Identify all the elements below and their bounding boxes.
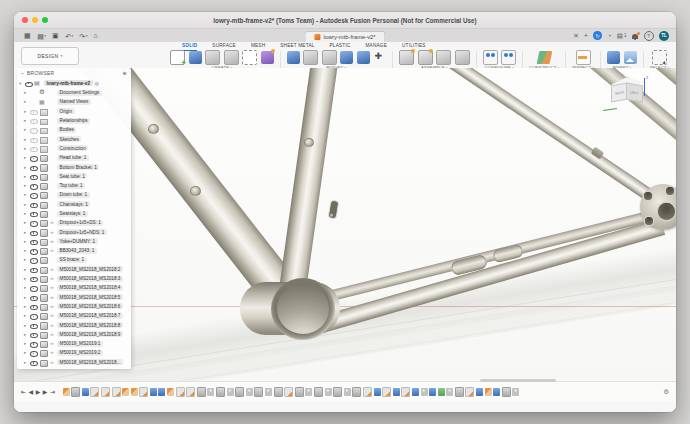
browser-tree-row[interactable]: ▸ Top tube: 1 [17,181,131,190]
visibility-eye-icon[interactable] [25,80,32,87]
timeline-feature-icon[interactable] [393,388,400,396]
user-avatar[interactable]: TL [659,31,669,41]
seat-tube[interactable] [277,68,340,309]
measure-icon[interactable] [576,50,591,65]
browser-tree-row[interactable]: ▸ M50018_MS2018_MS2018:7 [17,311,131,320]
visibility-eye-icon[interactable] [30,191,37,198]
timeline-feature-icon[interactable] [295,387,304,397]
visibility-eye-icon[interactable] [30,359,37,366]
visibility-eye-icon[interactable] [30,201,37,208]
timeline-scrollbar[interactable] [480,379,556,382]
disclosure-triangle-icon[interactable]: ▸ [24,127,28,132]
timeline-feature-icon[interactable] [227,388,234,396]
rigid-group-icon[interactable] [455,50,470,65]
disclosure-triangle-icon[interactable]: ▸ [24,137,28,142]
browser-tree-row[interactable]: ▸ M50018_MS2018_MS2018:3 [17,274,131,283]
browser-tree-row[interactable]: ▸ M50018_MS2018_MS2018:4 [17,283,131,292]
joint-icon[interactable] [418,50,433,65]
timeline-feature-icon[interactable] [325,388,332,396]
disclosure-triangle-icon[interactable]: ▸ [24,220,28,225]
create-sketch-icon[interactable] [170,50,185,65]
visibility-eye-icon[interactable] [30,117,37,124]
step-back-icon[interactable]: ◀ [29,388,34,396]
revolve-icon[interactable] [205,50,220,65]
node-label[interactable]: Origin [57,108,75,114]
browser-tree-row[interactable]: ▸ Seat tube: 1 [17,172,131,181]
notifications-icon[interactable] [632,34,638,39]
timeline-feature-icon[interactable] [502,387,511,397]
node-label[interactable]: M50018_MS2018_MS2018:8 [57,322,123,328]
extrude-icon[interactable] [189,51,202,64]
timeline-feature-icon[interactable] [63,388,70,396]
disclosure-triangle-icon[interactable]: ▸ [24,165,28,170]
visibility-eye-icon[interactable] [30,294,37,301]
configure-icon[interactable] [483,50,498,65]
root-label[interactable]: lowry-mtb-frame-v2 [44,80,93,86]
app-launcher-icon[interactable]: ▦ [24,32,31,39]
disclosure-triangle-icon[interactable]: ▸ [24,295,28,300]
root-sync-icon[interactable]: ◎ [95,80,99,86]
timeline-feature-icon[interactable] [512,388,519,396]
node-label[interactable]: BB3043_2043: 1 [57,248,97,254]
collapse-panel-icon[interactable]: ‒ [21,71,24,76]
timeline-feature-icon[interactable] [284,387,293,397]
extensions-button[interactable]: ▤ 1 [617,32,627,40]
redo-icon[interactable]: ↷ [79,31,87,40]
shell-icon[interactable] [322,50,337,65]
disclosure-triangle-icon[interactable]: ▸ [24,323,28,328]
disclosure-triangle-icon[interactable]: ▸ [24,267,28,272]
timeline-feature-icon[interactable] [167,388,174,396]
timeline-settings-icon[interactable]: ⚙ [663,388,669,396]
press-pull-icon[interactable] [287,51,300,64]
timeline-feature-icon[interactable] [314,387,323,397]
node-label[interactable]: M50018_MS2018_MS2018:5 [57,294,123,300]
node-label[interactable]: Seat tube: 1 [57,173,87,179]
browser-tree-row[interactable]: ▸ Construction [17,144,131,153]
node-label[interactable]: Dropout+1x5+DS: 1 [57,220,103,226]
new-tab-icon[interactable]: + [584,32,588,40]
browser-tree-row[interactable]: ▸ Document Settings [17,88,131,97]
go-to-end-icon[interactable]: ⇥ [50,388,55,396]
disclosure-triangle-icon[interactable]: ▸ [24,341,28,346]
bottle-boss-2[interactable] [190,186,201,196]
node-label[interactable]: M50018_MS2018_MS2018:4 [57,285,123,291]
as-built-joint-icon[interactable] [436,50,451,65]
browser-tree-row[interactable]: ▸ Dropout+1x5+NDS: 1 [17,227,131,236]
viewport[interactable]: BACK LEFT Z ‒ BROWSER ⊕ ▾ lowry-mtb-fram… [14,68,676,381]
disclosure-triangle-icon[interactable]: ▸ [24,257,28,262]
timeline-feature-icon[interactable] [207,388,214,396]
node-label[interactable]: Yoke+DUMMY: 1 [57,238,98,244]
timeline-feature-icon[interactable] [455,387,464,397]
browser-tree-row[interactable]: ▸ M50018_MS2018_MS2018:5 [17,293,131,302]
sync-status-icon[interactable]: ↻ [593,31,602,40]
timeline-feature-icon[interactable] [246,388,253,396]
visibility-eye-icon[interactable] [30,312,37,319]
visibility-eye-icon[interactable] [30,145,37,152]
step-forward-icon[interactable]: ▶ [43,388,48,396]
bottle-boss-1[interactable] [148,124,159,134]
timeline-feature-icon[interactable] [344,388,351,396]
browser-tree-row[interactable]: ▸ Head tube: 1 [17,153,131,162]
visibility-eye-icon[interactable] [30,210,37,217]
node-label[interactable]: M50018_MS2018_MS2018:6 [57,303,123,309]
browser-action-icon[interactable]: ⊕ [123,70,127,76]
visibility-eye-icon[interactable] [30,164,37,171]
node-label[interactable]: Dropout+1x5+NDS: 1 [57,229,107,235]
timeline-feature-icon[interactable] [235,387,244,397]
node-label[interactable]: Document Settings [57,90,102,96]
timeline-feature-icon[interactable] [352,387,361,397]
disclosure-triangle-icon[interactable]: ▸ [24,109,28,114]
node-label[interactable]: Sketches [57,136,81,142]
timeline-feature-icon[interactable] [438,388,445,396]
timeline-feature-icon[interactable] [82,388,89,396]
node-label[interactable]: Head tube: 1 [57,155,89,161]
timeline-feature-icon[interactable] [265,388,272,396]
node-label[interactable]: Down tube: 1 [57,192,90,198]
view-cube[interactable]: BACK LEFT Z [607,76,653,118]
visibility-eye-icon[interactable] [30,173,37,180]
node-label[interactable]: Relationships [57,118,90,124]
insert-derive-icon[interactable] [607,51,620,64]
timeline-feature-icon[interactable] [158,388,165,396]
timeline-feature-icon[interactable] [197,387,206,397]
create-form-icon[interactable] [261,51,274,64]
